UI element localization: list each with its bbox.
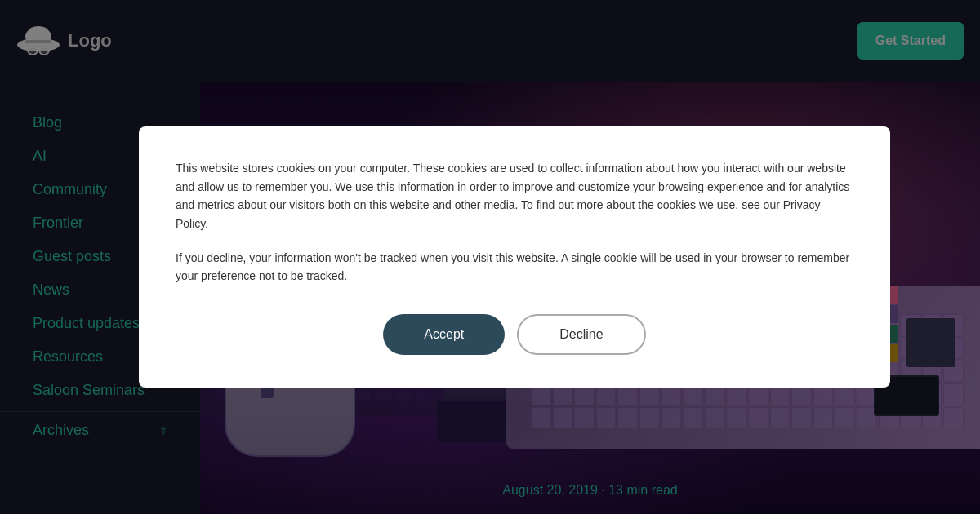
modal-overlay: This website stores cookies on your comp… (0, 0, 980, 514)
cookie-text-primary: This website stores cookies on your comp… (176, 159, 853, 233)
cookie-text-secondary: If you decline, your information won't b… (176, 249, 853, 286)
cookie-buttons: Accept Decline (176, 314, 853, 355)
accept-button[interactable]: Accept (383, 314, 505, 355)
cookie-modal: This website stores cookies on your comp… (139, 126, 890, 387)
decline-button[interactable]: Decline (517, 314, 645, 355)
